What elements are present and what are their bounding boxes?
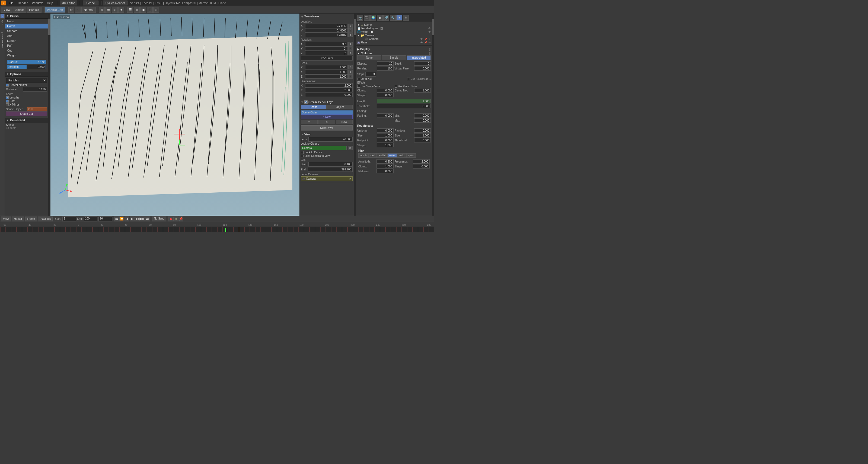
blender-icon[interactable]: B — [1, 1, 6, 5]
manip-icon[interactable]: ↔ — [75, 7, 81, 13]
scale-z-input[interactable]: 1.000 — [305, 74, 348, 79]
plane-eye[interactable]: 👁 — [420, 41, 423, 44]
scale-y-copy[interactable]: ⧉ — [348, 70, 352, 74]
gp-enable-checkbox[interactable]: ✓ — [304, 100, 308, 104]
gp-object-tab[interactable]: Object — [327, 105, 353, 110]
brush-length[interactable]: Length — [5, 38, 48, 43]
tree-world[interactable]: 🌐 World 🔲 👁 — [357, 30, 431, 34]
endpoint-input[interactable]: 0.000 — [377, 138, 394, 143]
kink-radial-btn[interactable]: Radial — [377, 153, 388, 158]
scene-select[interactable]: Scene — [83, 1, 98, 5]
play-start-btn[interactable]: ⏮ — [114, 217, 119, 221]
steps-input[interactable]: 3 — [365, 72, 376, 76]
shape-r-input[interactable]: 1.000 — [377, 143, 394, 147]
xmirror-checkbox[interactable] — [6, 103, 9, 106]
amplitude-input[interactable]: 0.200 — [376, 159, 394, 164]
gp-scene-tab[interactable]: Scene — [301, 105, 327, 110]
gp-select-btn[interactable]: ⊕ — [318, 120, 335, 124]
prev-frame-btn[interactable]: ◀ — [124, 217, 129, 221]
play-btn[interactable]: ▶ — [130, 217, 134, 221]
rot-x-copy[interactable]: ⧉ — [348, 42, 352, 46]
timeline-tracks[interactable] — [0, 227, 434, 232]
sync-mode-select[interactable]: No Sync — [152, 217, 166, 221]
snap-type-icon[interactable]: ▦ — [105, 7, 111, 13]
scale-x-copy[interactable]: ⧉ — [348, 65, 352, 69]
tl-frame-btn[interactable]: Frame — [25, 217, 37, 221]
render-val-input[interactable]: 100 — [377, 66, 394, 70]
overlay-icon-2[interactable]: ◈ — [134, 7, 140, 13]
overlay-icon-4[interactable]: ◫ — [147, 7, 153, 13]
min-input[interactable]: 0.000 — [414, 114, 431, 118]
right-panel-scrollbar[interactable] — [354, 13, 356, 216]
kink-spiral-btn[interactable]: Spiral — [406, 153, 416, 158]
loc-x-input[interactable]: -0.74640 — [305, 24, 348, 28]
viewport[interactable]: User Ortho — [51, 13, 300, 216]
clump-val-input[interactable]: 0.000 — [377, 88, 394, 93]
rot-z-copy[interactable]: ⧉ — [348, 51, 352, 55]
particle-btn[interactable]: ✦ — [396, 14, 402, 21]
scale-y-input[interactable]: 1.000 — [305, 70, 348, 74]
use-roughness-checkbox[interactable] — [407, 78, 410, 80]
menu-file[interactable]: File — [6, 1, 16, 5]
kink-nothin-btn[interactable]: Nothin — [358, 153, 369, 158]
camera-clear-btn[interactable]: ✕ — [348, 146, 352, 150]
record-btn[interactable]: ⏺ — [168, 217, 173, 221]
select-menu-btn[interactable]: Select — [13, 7, 26, 13]
deflect-checkbox[interactable]: ✓ — [6, 84, 9, 87]
children-none-btn[interactable]: None — [357, 55, 381, 60]
loc-x-copy[interactable]: ⧉ — [348, 24, 352, 28]
lock-camera-checkbox[interactable] — [301, 155, 304, 157]
snap-icon[interactable]: ⊞ — [99, 7, 105, 13]
dim-y-input[interactable]: 2.000 — [305, 88, 352, 92]
particles-select[interactable]: Particles — [6, 78, 47, 83]
brush-header[interactable]: ▼ Brush — [5, 13, 48, 19]
proportional-type-icon[interactable]: ▼ — [118, 7, 124, 13]
clip-start-input[interactable]: 0.100 — [308, 162, 352, 166]
view-menu-btn[interactable]: View — [1, 7, 12, 13]
threshold-2-input[interactable]: 0.000 — [414, 138, 431, 143]
gp-new-btn[interactable]: New — [336, 120, 352, 124]
virtual-input[interactable]: 0.000 — [414, 66, 431, 70]
brush-add[interactable]: Add — [5, 33, 48, 38]
clump-noise-input[interactable]: 1.000 — [414, 88, 431, 93]
brush-comb[interactable]: Comb — [5, 24, 48, 29]
parting-input[interactable]: 0.000 — [377, 114, 394, 118]
transform-orientation[interactable]: Normal — [82, 7, 96, 13]
brush-weight[interactable]: Weight — [5, 53, 48, 58]
render-prop-btn[interactable]: 📷 — [357, 14, 363, 21]
modifier-btn[interactable]: 🔧 — [390, 14, 396, 21]
seed-input[interactable]: 0 — [414, 61, 431, 66]
rot-y-copy[interactable]: ⧉ — [348, 47, 352, 51]
physics-btn[interactable]: ⚛ — [403, 14, 409, 21]
size-1-input[interactable]: 1.000 — [377, 133, 394, 137]
use-clump-curve-cb[interactable] — [357, 85, 360, 88]
options-header[interactable]: ▼ Options — [5, 72, 48, 77]
shape-val-input[interactable]: 0.000 — [377, 93, 394, 97]
tree-plane[interactable]: ▣ Plane 👁 📌 ✏ — [357, 41, 431, 44]
shape-cut-btn[interactable]: Shape Cut — [6, 112, 47, 116]
play-end-btn[interactable]: ⏭ — [145, 217, 150, 221]
far-right-scrollbar[interactable] — [432, 13, 434, 216]
keyframe-btn[interactable]: ◇ — [173, 217, 178, 221]
brush-puff[interactable]: Puff — [5, 43, 48, 48]
loc-z-input[interactable]: 1.73402 — [305, 33, 348, 37]
clip-end-input[interactable]: 999.700 — [308, 167, 352, 172]
pin-btn[interactable]: 📌 — [179, 217, 183, 221]
flatness-input[interactable]: 0.000 — [376, 169, 394, 174]
play-reverse-btn[interactable]: ◀◀ — [135, 217, 140, 221]
scene-prop-btn[interactable]: 🎬 — [364, 14, 370, 21]
left-panel-scrollbar[interactable] — [48, 13, 51, 216]
brush-edit-header[interactable]: ▼ Brush Edit — [5, 118, 48, 123]
new-layer-btn[interactable]: New Layer — [301, 125, 352, 130]
menu-render[interactable]: Render — [16, 1, 30, 5]
render-engine-select[interactable]: Cycles Render — [103, 1, 127, 5]
root-checkbox[interactable]: ✓ — [6, 100, 9, 102]
size-2-input[interactable]: 1.000 — [414, 133, 431, 137]
euler-select[interactable]: XYZ Euler — [301, 56, 352, 61]
distance-input[interactable]: 0.250 — [23, 87, 47, 92]
tl-playback-btn[interactable]: Playback — [38, 217, 53, 221]
overlay-icon-5[interactable]: ⊡ — [153, 7, 159, 13]
camera-field[interactable]: Camera — [301, 146, 347, 150]
next-frame-btn[interactable]: ▶▶ — [140, 217, 145, 221]
camera-eye[interactable]: 👁 — [420, 37, 423, 40]
